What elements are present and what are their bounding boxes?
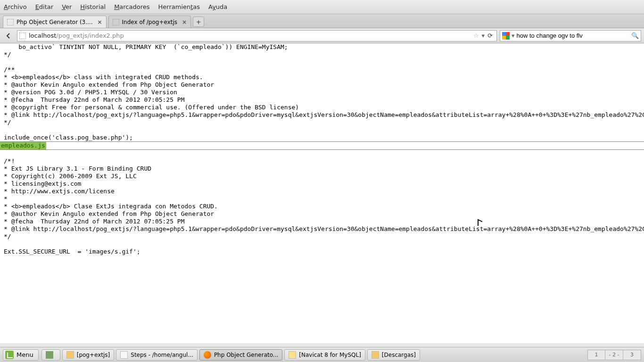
workspace-1[interactable]: 1 [587, 350, 605, 360]
chevron-down-icon[interactable]: ▾ [482, 32, 485, 39]
show-desktop-button[interactable] [41, 349, 60, 361]
tab-pog[interactable]: Php Object Generator (3.... × [3, 16, 107, 28]
workspace-pager[interactable]: 1 - 2 - 3 [587, 350, 641, 360]
browser-navbar: localhost/pog_extjs/index2.php ☆ ▾ ⟳ ▾ 🔍 [0, 28, 644, 43]
file-label: empleados.js [0, 142, 46, 149]
tab-label: Index of /pog+extjs [122, 19, 177, 25]
url-host: localhost [29, 32, 56, 39]
start-menu-button[interactable]: Menu [3, 349, 39, 361]
document-icon [120, 351, 128, 359]
code-block-top: bo_activo` TINYINT NOT NULL, PRIMARY KEY… [4, 43, 644, 141]
favicon-icon [7, 19, 14, 25]
task-navicat[interactable]: [Navicat 8 for MySQL] [284, 349, 365, 361]
menu-editar[interactable]: Editar [35, 3, 54, 10]
url-path: /pog_extjs/index2.php [56, 32, 124, 39]
task-label: Steps - /home/angul... [131, 352, 193, 358]
firefox-icon [204, 351, 211, 359]
reload-icon[interactable]: ⟳ [487, 32, 493, 39]
task-label: [Descargas] [382, 352, 416, 358]
task-label: [pog+extjs] [77, 352, 110, 358]
back-button[interactable] [3, 30, 14, 41]
task-steps[interactable]: Steps - /home/angul... [116, 349, 198, 361]
os-taskbar: Menu [pog+extjs] Steps - /home/angul... … [0, 347, 644, 362]
task-label: [Navicat 8 for MySQL] [299, 352, 361, 358]
mint-logo-icon [5, 351, 14, 359]
search-icon[interactable]: 🔍 [631, 32, 639, 39]
workspace-3[interactable]: 3 [623, 350, 641, 360]
desktop-icon [46, 351, 53, 359]
task-firefox[interactable]: Php Object Generato... [199, 349, 282, 361]
folder-icon [66, 351, 74, 359]
menu-archivo[interactable]: Archivo [4, 3, 27, 10]
code-block-bottom: /*! * Ext JS Library 3.1 - Form Binding … [4, 157, 644, 255]
menu-marcadores[interactable]: Marcadores [114, 3, 149, 10]
chevron-down-icon[interactable]: ▾ [512, 32, 515, 39]
browser-tabstrip: Php Object Generator (3.... × Index of /… [0, 14, 644, 28]
url-bar[interactable]: localhost/pog_extjs/index2.php ☆ ▾ ⟳ [17, 30, 497, 41]
task-label: Php Object Generato... [214, 352, 278, 358]
close-icon[interactable]: × [182, 19, 187, 25]
favicon-icon [19, 33, 26, 39]
menu-historial[interactable]: Historial [80, 3, 106, 10]
url-text: localhost/pog_extjs/index2.php [29, 32, 471, 39]
task-pog-extjs[interactable]: [pog+extjs] [62, 349, 115, 361]
database-icon [289, 351, 296, 359]
tab-index[interactable]: Index of /pog+extjs × [108, 16, 191, 28]
arrow-left-icon [5, 33, 12, 39]
task-descargas[interactable]: [Descargas] [367, 349, 420, 361]
search-bar[interactable]: ▾ 🔍 [500, 30, 641, 41]
tab-label: Php Object Generator (3.... [17, 19, 93, 25]
menu-ver[interactable]: Ver [62, 3, 72, 10]
close-icon[interactable]: × [98, 19, 102, 25]
menu-herramientas[interactable]: Herramientas [158, 3, 200, 10]
folder-icon [372, 351, 379, 359]
google-icon [502, 32, 510, 40]
file-separator: empleados.js [0, 141, 644, 150]
bookmark-icon[interactable]: ☆ [473, 32, 479, 39]
workspace-2[interactable]: - 2 - [605, 350, 623, 360]
menu-ayuda[interactable]: Ayuda [208, 3, 227, 10]
start-menu-label: Menu [17, 351, 33, 358]
app-menubar: Archivo Editar Ver Historial Marcadores … [0, 0, 644, 14]
page-content[interactable]: bo_activo` TINYINT NOT NULL, PRIMARY KEY… [0, 43, 644, 343]
search-input[interactable] [517, 32, 631, 39]
new-tab-button[interactable]: + [193, 16, 204, 27]
favicon-icon [113, 19, 119, 25]
